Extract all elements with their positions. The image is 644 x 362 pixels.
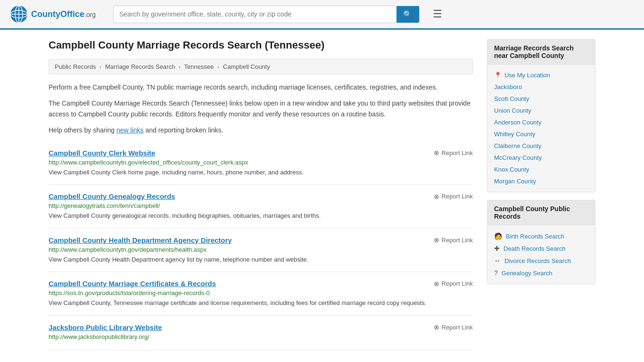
record-title[interactable]: Campbell County Clerk Website bbox=[49, 149, 155, 157]
record-desc: View Campbell County Health Department a… bbox=[49, 255, 473, 264]
logo-text: CountyOffice.org bbox=[31, 9, 96, 19]
sidebar-location-link[interactable]: Morgan County bbox=[494, 178, 536, 185]
arrows-icon: ↔ bbox=[494, 257, 501, 264]
sidebar-public-records-body: 🧑 Birth Records Search ✚ Death Records S… bbox=[487, 225, 595, 284]
record-desc: View Campbell County Clerk home page, in… bbox=[49, 168, 473, 177]
site-header: CountyOffice.org 🔍 ☰ bbox=[0, 0, 644, 30]
record-title[interactable]: Campbell County Marriage Certificates & … bbox=[49, 280, 216, 288]
report-link-label: Report Link bbox=[442, 149, 473, 156]
intro-text-1: Perform a free Campbell County, TN publi… bbox=[49, 82, 473, 92]
record-header: Jacksboro Public Library Website ⊗ Repor… bbox=[49, 323, 473, 331]
sidebar-marriage-section: Marriage Records Search near Campbell Co… bbox=[487, 39, 595, 192]
new-links-link[interactable]: new links bbox=[116, 126, 144, 134]
cross-icon: ✚ bbox=[494, 245, 500, 252]
sidebar-public-record-item: ? Genealogy Search bbox=[494, 267, 588, 279]
intro-text-2: The Campbell County Marriage Records Sea… bbox=[49, 98, 473, 119]
sidebar-location-link[interactable]: Union County bbox=[494, 107, 531, 114]
record-desc: View Campbell County, Tennessee marriage… bbox=[49, 298, 473, 308]
sidebar-marriage-body: 📍 Use My Location JacksboroScott CountyU… bbox=[487, 65, 595, 192]
sidebar-location-link[interactable]: McCreary County bbox=[494, 154, 542, 161]
sidebar-public-record-item: 🧑 Birth Records Search bbox=[494, 230, 588, 242]
sidebar-locations-list: JacksboroScott CountyUnion CountyAnderso… bbox=[494, 81, 588, 187]
record-header: Campbell County Marriage Certificates & … bbox=[49, 280, 473, 288]
use-my-location[interactable]: 📍 Use My Location bbox=[494, 69, 588, 81]
sidebar-marriage-title: Marriage Records Search near Campbell Co… bbox=[487, 40, 595, 65]
sidebar-public-links-list: 🧑 Birth Records Search ✚ Death Records S… bbox=[494, 230, 588, 279]
record-item: Campbell County Clerk Website ⊗ Report L… bbox=[49, 141, 473, 185]
sidebar-public-records-section: Campbell County Public Records 🧑 Birth R… bbox=[487, 200, 595, 284]
sidebar-location-item: McCreary County bbox=[494, 152, 588, 164]
content-area: Campbell County Marriage Records Search … bbox=[49, 39, 473, 350]
report-link-label: Report Link bbox=[442, 237, 473, 244]
sidebar-location-link[interactable]: Claiborne County bbox=[494, 142, 541, 149]
report-link[interactable]: ⊗ Report Link bbox=[434, 280, 473, 288]
record-url[interactable]: https://sos.tn.gov/products/tsla/orderin… bbox=[49, 289, 473, 296]
record-url[interactable]: http://genealogytrails.com/tenn/campbell… bbox=[49, 202, 473, 209]
breadcrumb: Public Records › Marriage Records Search… bbox=[49, 59, 473, 74]
record-header: Campbell County Genealogy Records ⊗ Repo… bbox=[49, 192, 473, 200]
sidebar-location-item: Anderson County bbox=[494, 116, 588, 128]
sidebar-public-record-link[interactable]: Genealogy Search bbox=[502, 270, 553, 277]
records-list: Campbell County Clerk Website ⊗ Report L… bbox=[49, 141, 473, 350]
report-link[interactable]: ⊗ Report Link bbox=[434, 323, 473, 331]
report-link-label: Report Link bbox=[442, 193, 473, 200]
person-icon: 🧑 bbox=[494, 232, 502, 240]
record-item: Jacksboro Public Library Website ⊗ Repor… bbox=[49, 316, 473, 350]
report-link[interactable]: ⊗ Report Link bbox=[434, 236, 473, 244]
record-url[interactable]: http://www.campbellcountytn.gov/elected_… bbox=[49, 159, 473, 166]
location-pin-icon: 📍 bbox=[494, 72, 502, 79]
sidebar-location-link[interactable]: Scott County bbox=[494, 95, 529, 102]
sidebar-location-link[interactable]: Whitley County bbox=[494, 131, 535, 138]
sidebar-public-record-link[interactable]: Death Records Search bbox=[504, 245, 566, 252]
record-item: Campbell County Health Department Agency… bbox=[49, 229, 473, 272]
sidebar-location-link[interactable]: Jacksboro bbox=[494, 83, 522, 90]
breadcrumb-campbell-county[interactable]: Campbell County bbox=[223, 63, 270, 70]
report-link[interactable]: ⊗ Report Link bbox=[434, 193, 473, 200]
sidebar-location-link[interactable]: Anderson County bbox=[494, 119, 541, 126]
report-link-label: Report Link bbox=[442, 324, 473, 331]
sidebar-location-item: Jacksboro bbox=[494, 81, 588, 93]
hamburger-menu-icon[interactable]: ☰ bbox=[429, 6, 446, 22]
sidebar: Marriage Records Search near Campbell Co… bbox=[487, 39, 595, 350]
report-link-icon: ⊗ bbox=[434, 280, 439, 288]
sidebar-public-record-item: ↔ Divorce Records Search bbox=[494, 255, 588, 267]
breadcrumb-marriage-records-search[interactable]: Marriage Records Search bbox=[105, 63, 175, 70]
question-icon: ? bbox=[494, 269, 498, 277]
record-url[interactable]: http://www.jacksboropubliclibrary.org/ bbox=[49, 333, 473, 340]
sidebar-location-item: Morgan County bbox=[494, 175, 588, 187]
breadcrumb-tennessee[interactable]: Tennessee bbox=[184, 63, 214, 70]
sidebar-location-item: Knox County bbox=[494, 164, 588, 175]
main-container: Campbell County Marriage Records Search … bbox=[39, 30, 605, 360]
record-desc: View Campbell County genealogical record… bbox=[49, 211, 473, 221]
sidebar-location-link[interactable]: Knox County bbox=[494, 166, 529, 173]
record-item: Campbell County Genealogy Records ⊗ Repo… bbox=[49, 185, 473, 229]
sidebar-public-records-title: Campbell County Public Records bbox=[487, 200, 595, 225]
record-title[interactable]: Campbell County Genealogy Records bbox=[49, 192, 175, 200]
search-input[interactable] bbox=[114, 7, 396, 22]
page-title: Campbell County Marriage Records Search … bbox=[49, 39, 473, 51]
record-header: Campbell County Health Department Agency… bbox=[49, 236, 473, 244]
breadcrumb-public-records[interactable]: Public Records bbox=[55, 63, 96, 70]
record-header: Campbell County Clerk Website ⊗ Report L… bbox=[49, 149, 473, 157]
report-link-label: Report Link bbox=[442, 280, 473, 287]
sidebar-location-item: Claiborne County bbox=[494, 140, 588, 152]
record-url[interactable]: http://www.campbellcountytn.gov/departme… bbox=[49, 246, 473, 253]
intro-text-3: Help others by sharing new links and rep… bbox=[49, 125, 473, 135]
logo-icon bbox=[9, 5, 28, 24]
sidebar-public-record-link[interactable]: Divorce Records Search bbox=[504, 257, 571, 264]
report-link-icon: ⊗ bbox=[434, 236, 439, 244]
search-button[interactable]: 🔍 bbox=[396, 6, 419, 23]
report-link[interactable]: ⊗ Report Link bbox=[434, 149, 473, 156]
sidebar-location-item: Scott County bbox=[494, 93, 588, 105]
sidebar-public-record-item: ✚ Death Records Search bbox=[494, 242, 588, 255]
record-title[interactable]: Campbell County Health Department Agency… bbox=[49, 236, 232, 244]
sidebar-location-item: Union County bbox=[494, 105, 588, 116]
record-item: Campbell County Marriage Certificates & … bbox=[49, 272, 473, 316]
report-link-icon: ⊗ bbox=[434, 149, 439, 156]
logo-area[interactable]: CountyOffice.org bbox=[9, 5, 104, 24]
record-title[interactable]: Jacksboro Public Library Website bbox=[49, 323, 162, 331]
sidebar-location-item: Whitley County bbox=[494, 128, 588, 140]
report-link-icon: ⊗ bbox=[434, 193, 439, 200]
sidebar-public-record-link[interactable]: Birth Records Search bbox=[506, 233, 564, 240]
report-link-icon: ⊗ bbox=[434, 323, 439, 331]
